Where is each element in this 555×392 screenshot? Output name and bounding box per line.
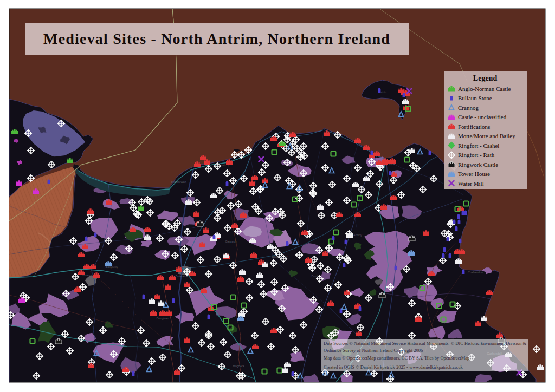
- svg-text:Dungiven: Dungiven: [156, 317, 169, 320]
- svg-text:Coleraine: Coleraine: [175, 275, 188, 278]
- svg-text:Maghera: Maghera: [233, 364, 245, 368]
- svg-text:Armoy: Armoy: [353, 233, 362, 237]
- svg-text:Garvagh: Garvagh: [225, 240, 236, 243]
- svg-text:Portstewart: Portstewart: [171, 180, 186, 184]
- svg-text:Cushendun: Cushendun: [468, 271, 483, 274]
